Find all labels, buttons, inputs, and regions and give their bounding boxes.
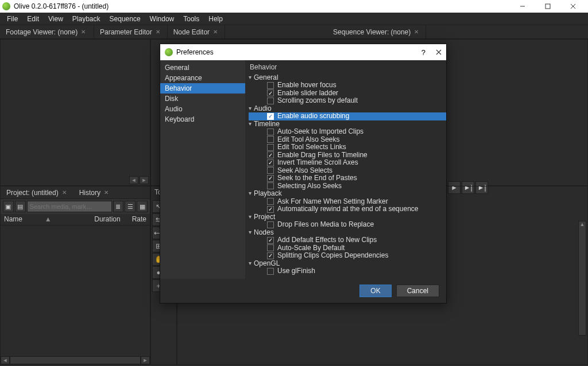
checkbox[interactable] [267,98,274,104]
tab-footage-viewer[interactable]: Footage Viewer: (none)✕ [0,25,94,38]
new-folder-icon[interactable]: ▣ [3,201,14,212]
group-timeline[interactable]: ▾ Timeline [249,120,443,129]
checkbox[interactable] [267,113,274,120]
search-input[interactable] [27,201,112,212]
vertical-scrollbar[interactable]: ▲ [578,221,586,336]
close-button[interactable] [560,0,586,13]
scroll-right-button[interactable]: ► [141,356,150,364]
menu-file[interactable]: File [2,14,22,24]
checkbox[interactable] [267,268,274,275]
window-titlebar: Olive 0.2.0-617ff876 - (untitled) [0,0,588,13]
menu-playback[interactable]: Playback [68,14,105,24]
dialog-close-button[interactable] [436,49,442,55]
checkbox[interactable] [267,244,274,251]
col-name[interactable]: Name [4,215,42,224]
scroll-left-button[interactable]: ◄ [129,176,138,184]
option-seek-also-selects[interactable]: Seek Also Selects [267,167,443,175]
option-enable-audio-scrubbing[interactable]: Enable audio scrubbing [249,112,446,120]
view-list-icon[interactable]: ≣ [113,201,124,212]
group-opengl[interactable]: ▾ OpenGL [249,260,443,268]
tab-label: Sequence Viewer: (none) [333,28,411,36]
checkbox[interactable] [267,144,274,151]
minimize-button[interactable] [510,0,535,13]
close-icon[interactable]: ✕ [156,29,160,35]
category-appearance[interactable]: Appearance [160,73,245,83]
view-grid-icon[interactable]: ▦ [137,201,148,212]
cancel-button[interactable]: Cancel [396,285,439,297]
category-general[interactable]: General [160,63,245,73]
group-project[interactable]: ▾ Project [249,213,443,221]
option-label: Enable hover focus [277,81,336,89]
view-tree-icon[interactable]: ☰ [125,201,136,212]
option-use-glfinish[interactable]: Use glFinish [267,267,443,275]
ok-button[interactable]: OK [359,285,391,297]
option-enable-hover-focus[interactable]: Enable hover focus [267,81,443,89]
checkbox[interactable] [267,136,274,143]
option-edit-tool-selects-links[interactable]: Edit Tool Selects Links [267,143,443,151]
col-duration[interactable]: Duration [94,215,120,224]
menu-view[interactable]: View [44,14,68,24]
expand-icon: ▾ [249,104,252,112]
checkbox[interactable] [267,159,274,166]
checkbox[interactable] [267,198,274,205]
tab-node-editor[interactable]: Node Editor✕ [168,25,225,38]
scrollbar[interactable] [10,356,141,364]
close-icon[interactable]: ✕ [81,29,86,35]
menu-window[interactable]: Window [145,14,179,24]
group-playback[interactable]: ▾ Playback [249,190,443,198]
tab-parameter-editor[interactable]: Parameter Editor✕ [94,25,168,38]
col-rate[interactable]: Rate [132,215,146,224]
category-audio[interactable]: Audio [160,104,245,114]
option-auto-scale-by-default[interactable]: Auto-Scale By Default [267,244,443,252]
category-keyboard[interactable]: Keyboard [160,114,245,124]
scroll-right-button[interactable]: ► [140,176,149,184]
menu-edit[interactable]: Edit [22,14,44,24]
option-edit-tool-also-seeks[interactable]: Edit Tool Also Seeks [267,136,443,144]
option-auto-seek-to-imported-clips[interactable]: Auto-Seek to Imported Clips [267,128,443,136]
checkbox[interactable] [267,82,274,89]
group-general[interactable]: ▾ General [249,74,443,82]
new-sequence-icon[interactable]: ▤ [15,201,26,212]
option-drop-files-on-media-to-replace[interactable]: Drop Files on Media to Replace [267,221,443,229]
checkbox[interactable] [267,129,274,135]
help-button[interactable]: ? [421,48,425,57]
option-label: Use glFinish [277,267,315,275]
tab-sequence-viewer[interactable]: Sequence Viewer: (none)✕ [327,25,426,38]
close-icon[interactable]: ✕ [213,29,218,35]
checkbox[interactable] [267,175,274,182]
option-enable-slider-ladder[interactable]: Enable slider ladder [267,89,443,98]
option-selecting-also-seeks[interactable]: Selecting Also Seeks [267,182,443,190]
option-ask-for-name-when-setting-marker[interactable]: Ask For Name When Setting Marker [267,198,443,206]
menu-sequence[interactable]: Sequence [105,14,145,24]
tab-history[interactable]: History✕ [74,186,115,198]
checkbox[interactable] [267,237,274,244]
option-automatically-rewind-at-the-end-of-a-sequence[interactable]: Automatically rewind at the end of a seq… [267,205,443,213]
checkbox[interactable] [267,151,274,158]
group-audio[interactable]: ▾ Audio [249,105,443,113]
dialog-app-icon [165,48,173,56]
menu-tools[interactable]: Tools [179,14,204,24]
checkbox[interactable] [267,252,274,259]
group-nodes[interactable]: ▾ Nodes [249,229,443,237]
checkbox[interactable] [267,89,274,96]
option-enable-drag-files-to-timeline[interactable]: Enable Drag Files to Timeline [267,151,443,159]
checkbox[interactable] [267,206,274,213]
scroll-left-button[interactable]: ◄ [1,356,10,364]
close-icon[interactable]: ✕ [104,189,109,196]
menu-help[interactable]: Help [204,14,227,24]
option-add-default-effects-to-new-clips[interactable]: Add Default Effects to New Clips [267,236,443,244]
close-icon[interactable]: ✕ [414,29,419,35]
checkbox[interactable] [267,221,274,228]
checkbox[interactable] [267,182,274,189]
category-behavior[interactable]: Behavior [160,83,245,94]
close-icon[interactable]: ✕ [62,189,67,196]
tab-project[interactable]: Project: (untitled)✕ [1,186,74,198]
option-scrolling-zooms-by-default[interactable]: Scrolling zooms by default [267,97,443,105]
category-disk[interactable]: Disk [160,94,245,104]
option-splitting-clips-copies-dependencies[interactable]: Splitting Clips Copies Dependencies [267,252,443,260]
checkbox[interactable] [267,167,274,174]
option-label: Selecting Also Seeks [277,182,342,190]
maximize-button[interactable] [535,0,560,13]
option-invert-timeline-scroll-axes[interactable]: Invert Timeline Scroll Axes [267,159,443,167]
option-seek-to-the-end-of-pastes[interactable]: Seek to the End of Pastes [267,174,443,182]
